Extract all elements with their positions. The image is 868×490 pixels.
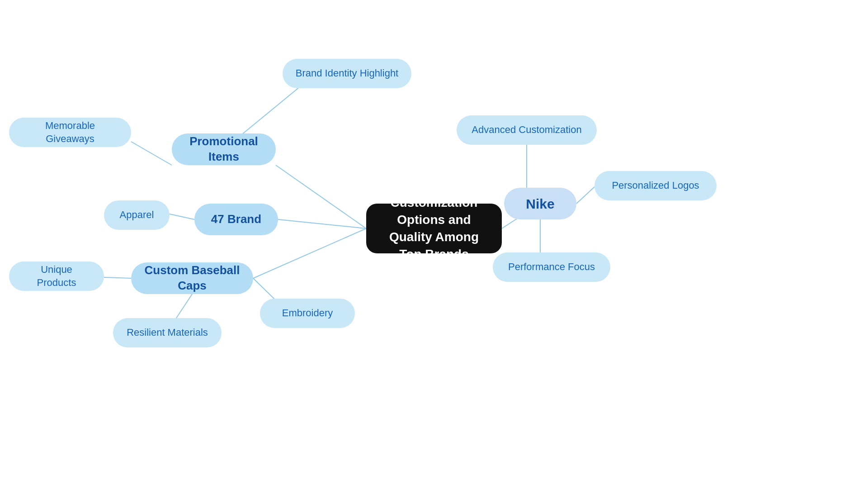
center-label: Customization Options and Quality Among … [381, 194, 487, 262]
svg-line-2 [253, 228, 366, 278]
advanced-customization-node: Advanced Customization [457, 115, 597, 145]
unique-products-label: Unique Products [22, 263, 91, 289]
performance-focus-node: Performance Focus [493, 252, 610, 282]
custom-baseball-caps-node: Custom Baseball Caps [131, 262, 253, 294]
embroidery-node: Embroidery [260, 299, 355, 328]
promotional-items-label: Promotional Items [184, 134, 263, 165]
resilient-materials-node: Resilient Materials [113, 318, 222, 347]
apparel-label: Apparel [120, 209, 154, 222]
performance-focus-label: Performance Focus [508, 261, 595, 274]
custom-baseball-caps-label: Custom Baseball Caps [144, 263, 241, 294]
personalized-logos-node: Personalized Logos [594, 171, 717, 200]
center-node: Customization Options and Quality Among … [366, 204, 502, 253]
svg-line-1 [278, 219, 366, 228]
brand-identity-label: Brand Identity Highlight [296, 67, 398, 80]
svg-line-0 [276, 165, 366, 228]
svg-line-5 [131, 142, 172, 165]
unique-products-node: Unique Products [9, 262, 104, 291]
personalized-logos-label: Personalized Logos [612, 179, 699, 192]
embroidery-label: Embroidery [282, 307, 333, 320]
nike-node: Nike [504, 188, 576, 219]
resilient-materials-label: Resilient Materials [127, 326, 208, 339]
svg-line-9 [104, 277, 131, 278]
brand-identity-node: Brand Identity Highlight [283, 59, 411, 88]
nike-label: Nike [526, 195, 554, 213]
advanced-customization-label: Advanced Customization [472, 124, 581, 137]
apparel-node: Apparel [104, 200, 170, 230]
brand-47-label: 47 Brand [211, 212, 261, 227]
svg-line-11 [576, 187, 594, 204]
promotional-items-node: Promotional Items [172, 133, 276, 165]
svg-line-6 [170, 214, 194, 219]
brand-47-node: 47 Brand [194, 204, 278, 235]
memorable-giveaways-label: Memorable Giveaways [22, 119, 118, 145]
memorable-giveaways-node: Memorable Giveaways [9, 118, 131, 147]
